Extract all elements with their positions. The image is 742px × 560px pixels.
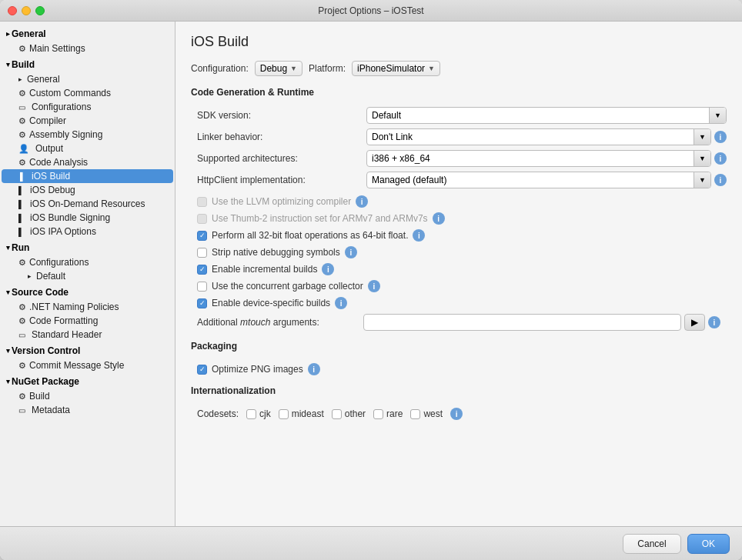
west-checkbox[interactable] xyxy=(410,409,420,419)
maximize-button[interactable] xyxy=(35,6,45,15)
sidebar-item-net-naming[interactable]: .NET Naming Policies xyxy=(0,300,175,314)
triangle-icon: ▾ xyxy=(6,347,10,355)
sdk-version-row: SDK version: Default ▼ xyxy=(191,107,727,124)
sidebar-item-nuget-build[interactable]: Build xyxy=(0,389,175,403)
mideast-checkbox[interactable] xyxy=(279,409,289,419)
float32-checkbox[interactable] xyxy=(197,231,207,241)
concurrent-gc-checkbox[interactable] xyxy=(197,282,207,292)
incremental-checkbox[interactable] xyxy=(197,265,207,275)
sidebar-header-source-code[interactable]: ▾ Source Code xyxy=(0,285,175,300)
info-icon[interactable]: i xyxy=(322,263,334,275)
thumb2-checkbox xyxy=(197,214,207,224)
arch-select[interactable]: i386 + x86_64 ▼ xyxy=(366,150,711,167)
arch-control: i386 + x86_64 ▼ i xyxy=(366,150,727,167)
sidebar-item-code-formatting[interactable]: Code Formatting xyxy=(0,314,175,328)
sidebar-header-general[interactable]: ▸ General xyxy=(0,26,175,42)
rare-checkbox[interactable] xyxy=(373,409,383,419)
chevron-down-icon[interactable]: ▼ xyxy=(694,129,710,145)
sidebar-item-ios-build[interactable]: ▌ iOS Build xyxy=(2,169,173,183)
cancel-button[interactable]: Cancel xyxy=(623,534,680,554)
llvm-row: Use the LLVM optimizing compiler i xyxy=(191,193,727,210)
sidebar-build-label: Build xyxy=(12,59,35,70)
httpclient-select[interactable]: Managed (default) ▼ xyxy=(366,172,711,188)
sidebar-item-assembly-signing[interactable]: Assembly Signing xyxy=(0,128,175,142)
chevron-down-icon[interactable]: ▼ xyxy=(694,151,710,166)
arrow-icon: ▸ xyxy=(18,75,22,83)
optimize-png-checkbox[interactable] xyxy=(197,365,207,375)
ok-button[interactable]: OK xyxy=(687,534,730,554)
device-specific-row: Enable device-specific builds i xyxy=(191,295,727,312)
sidebar-item-output[interactable]: 👤 Output xyxy=(0,142,175,155)
gear-icon xyxy=(18,129,26,140)
gear-icon xyxy=(18,315,26,326)
other-checkbox[interactable] xyxy=(332,409,342,419)
chevron-down-icon[interactable]: ▼ xyxy=(694,172,710,188)
info-icon[interactable]: i xyxy=(714,131,727,143)
sidebar-item-ios-ipa-options[interactable]: ▌ iOS IPA Options xyxy=(0,225,175,238)
httpclient-control: Managed (default) ▼ i xyxy=(366,172,727,188)
mtouch-expand-button[interactable]: ▶ xyxy=(684,314,705,331)
info-icon[interactable]: i xyxy=(308,363,320,375)
info-icon[interactable]: i xyxy=(708,316,720,328)
sdk-version-select[interactable]: Default ▼ xyxy=(366,107,727,124)
info-icon[interactable]: i xyxy=(433,212,445,225)
info-icon[interactable]: i xyxy=(345,246,357,258)
gear-icon xyxy=(18,302,26,312)
strip-debug-row: Strip native debugging symbols i xyxy=(191,244,727,261)
sidebar-item-configurations[interactable]: ▭ Configurations xyxy=(0,100,175,114)
triangle-icon: ▾ xyxy=(6,378,10,385)
sdk-version-control: Default ▼ xyxy=(366,107,727,124)
gear-icon xyxy=(18,257,26,268)
codeset-rare: rare xyxy=(373,408,403,419)
mtouch-suffix: arguments: xyxy=(270,317,319,328)
info-icon[interactable]: i xyxy=(714,152,727,165)
sidebar-item-run-configurations[interactable]: Configurations xyxy=(0,255,175,269)
optimize-png-label: Optimize PNG images xyxy=(212,364,303,375)
sidebar-header-nuget[interactable]: ▾ NuGet Package xyxy=(0,374,175,389)
info-icon[interactable]: i xyxy=(368,280,380,292)
bar-icon: ▌ xyxy=(18,228,24,236)
sidebar-item-compiler[interactable]: Compiler xyxy=(0,114,175,128)
supported-arch-row: Supported architectures: i386 + x86_64 ▼… xyxy=(191,150,727,167)
codesets-label: Codesets: xyxy=(197,408,239,419)
linker-select[interactable]: Don't Link ▼ xyxy=(366,128,711,145)
codeset-mideast: mideast xyxy=(279,408,324,419)
supported-arch-label: Supported architectures: xyxy=(197,153,366,164)
info-icon[interactable]: i xyxy=(450,408,463,420)
gear-icon xyxy=(18,88,26,98)
sidebar-item-general-build[interactable]: ▸ General xyxy=(0,72,175,86)
sidebar-item-code-analysis[interactable]: Code Analysis xyxy=(0,155,175,169)
sidebar-item-run-default[interactable]: ▸ Default xyxy=(0,269,175,283)
device-specific-label: Enable device-specific builds xyxy=(212,298,330,308)
minimize-button[interactable] xyxy=(22,6,31,15)
sidebar-item-nuget-metadata[interactable]: ▭ Metadata xyxy=(0,403,175,417)
gear-icon xyxy=(18,157,26,168)
mtouch-input[interactable] xyxy=(363,314,681,331)
platform-dropdown[interactable]: iPhoneSimulator ▼ xyxy=(352,61,440,76)
bar-icon: ▌ xyxy=(18,186,24,195)
info-icon[interactable]: i xyxy=(413,229,425,242)
info-icon[interactable]: i xyxy=(335,297,347,309)
section-code-gen: Code Generation & Runtime xyxy=(191,87,727,101)
close-button[interactable] xyxy=(8,6,17,15)
sidebar-item-ios-bundle-signing[interactable]: ▌ iOS Bundle Signing xyxy=(0,211,175,225)
sidebar-item-custom-commands[interactable]: Custom Commands xyxy=(0,86,175,100)
info-icon[interactable]: i xyxy=(714,174,727,186)
sidebar-item-standard-header[interactable]: ▭ Standard Header xyxy=(0,328,175,342)
strip-debug-checkbox[interactable] xyxy=(197,248,207,258)
info-icon[interactable]: i xyxy=(356,195,368,208)
sidebar-header-run[interactable]: ▾ Run xyxy=(0,240,175,255)
chevron-down-icon[interactable]: ▼ xyxy=(709,108,726,123)
sidebar-item-ios-on-demand[interactable]: ▌ iOS On-Demand Resources xyxy=(0,197,175,211)
sidebar-header-build[interactable]: ▾ Build xyxy=(0,57,175,72)
sidebar-item-main-settings[interactable]: Main Settings xyxy=(0,42,175,55)
cjk-checkbox[interactable] xyxy=(246,409,256,419)
sdk-version-label: SDK version: xyxy=(197,110,366,121)
configuration-dropdown[interactable]: Debug ▼ xyxy=(255,61,302,76)
sidebar-group-run: ▾ Run Configurations ▸ Default xyxy=(0,240,175,283)
sidebar-header-version-control[interactable]: ▾ Version Control xyxy=(0,343,175,358)
device-specific-checkbox[interactable] xyxy=(197,298,207,308)
sidebar-run-label: Run xyxy=(12,242,29,253)
sidebar-item-ios-debug[interactable]: ▌ iOS Debug xyxy=(0,183,175,197)
sidebar-item-commit-message-style[interactable]: Commit Message Style xyxy=(0,358,175,372)
